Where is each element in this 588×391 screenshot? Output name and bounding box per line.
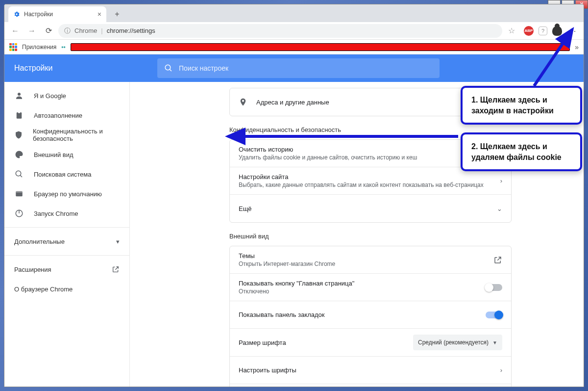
font-size-row: Размер шрифта Средний (рекомендуется) ▼ — [230, 329, 511, 357]
font-size-select[interactable]: Средний (рекомендуется) ▼ — [413, 335, 502, 350]
select-value: Средний (рекомендуется) — [418, 339, 489, 346]
row-title: Ещё — [239, 205, 497, 212]
bookmarks-overflow-icon[interactable]: » — [575, 43, 579, 51]
row-title: Показывать кнопку "Главная страница" — [239, 280, 486, 287]
annotation-callout-2: 2. Щелкаем здесь и удаляем файлы cookie — [461, 132, 582, 171]
settings-search[interactable] — [157, 58, 440, 78]
customize-fonts-row[interactable]: Настроить шрифты › — [230, 357, 511, 384]
sidebar-item-label: Автозаполнение — [34, 112, 82, 119]
sidebar-separator — [4, 227, 129, 228]
sidebar-item-label: Запуск Chrome — [34, 210, 78, 217]
sidebar-item-label: Я и Google — [34, 92, 66, 100]
chevron-down-icon: ▾ — [116, 238, 120, 245]
browser-menu-button[interactable]: ⋮ — [567, 26, 577, 36]
bookmarks-bar-row[interactable]: Показывать панель закладок — [230, 301, 511, 329]
row-title: Показывать панель закладок — [239, 311, 486, 318]
external-link-icon — [493, 256, 502, 264]
svg-line-1 — [170, 69, 172, 71]
search-input[interactable] — [179, 64, 433, 72]
back-button[interactable]: ← — [8, 24, 22, 38]
chevron-down-icon: ⌄ — [497, 205, 502, 212]
callout-text: 2. Щелкаем здесь и удаляем файлы cookie — [471, 142, 562, 161]
tab-close-icon[interactable]: × — [98, 10, 101, 18]
adblock-icon[interactable]: ABP — [524, 26, 534, 36]
sidebar-extensions[interactable]: Расширения — [4, 260, 129, 279]
bookmark-dots-icon[interactable]: •• — [61, 44, 65, 51]
privacy-more-row[interactable]: Ещё ⌄ — [230, 195, 511, 222]
redacted-bookmark[interactable] — [71, 43, 570, 51]
chevron-right-icon: › — [500, 366, 502, 374]
profile-icon[interactable] — [552, 26, 562, 36]
external-link-icon — [112, 265, 120, 273]
home-button-row[interactable]: Показывать кнопку "Главная страница" Отк… — [230, 274, 511, 301]
bookmark-star-icon[interactable]: ☆ — [505, 26, 518, 35]
row-title: Настройки сайта — [239, 173, 500, 181]
extension-icons: ABP ? ⋮ — [521, 26, 580, 36]
help-icon[interactable]: ? — [539, 26, 547, 35]
svg-rect-8 — [16, 191, 23, 193]
sidebar-item-autofill[interactable]: Автозаполнение — [4, 105, 129, 125]
palette-icon — [14, 150, 24, 159]
tab-title: Настройки — [24, 11, 53, 18]
row-subtitle: Выбрать, какие данные отправлять сайтам … — [239, 182, 500, 188]
shield-icon — [14, 130, 23, 139]
sidebar-item-default-browser[interactable]: Браузер по умолчанию — [4, 184, 129, 204]
row-subtitle: Открыть Интернет-магазин Chrome — [239, 261, 493, 267]
themes-row[interactable]: Темы Открыть Интернет-магазин Chrome — [230, 246, 511, 274]
power-icon — [14, 209, 24, 218]
sidebar-item-label: Поисковая система — [34, 171, 92, 178]
browser-window: Настройки × + ← → ⟳ ⓘ Chrome | chrome://… — [4, 4, 584, 387]
url-separator: | — [101, 27, 102, 34]
sidebar-item-label: Браузер по умолчанию — [34, 190, 102, 198]
svg-rect-3 — [17, 112, 22, 119]
site-settings-row[interactable]: Настройки сайта Выбрать, какие данные от… — [230, 167, 511, 195]
url-box[interactable]: ⓘ Chrome | chrome://settings — [58, 24, 502, 38]
bookmarks-bar-toggle[interactable] — [486, 312, 502, 318]
sidebar-item-you-and-google[interactable]: Я и Google — [4, 86, 129, 105]
url-text: chrome://settings — [107, 27, 155, 34]
sidebar-item-search-engine[interactable]: Поисковая система — [4, 164, 129, 184]
caret-down-icon: ▼ — [492, 340, 497, 345]
search-icon — [14, 170, 24, 179]
info-icon: ⓘ — [64, 26, 71, 35]
apps-label[interactable]: Приложения — [22, 44, 56, 51]
url-scheme: Chrome — [74, 27, 97, 34]
settings-header: Настройки — [4, 54, 584, 82]
location-icon — [239, 98, 256, 106]
svg-rect-4 — [18, 112, 21, 113]
row-subtitle: Отключено — [239, 288, 486, 295]
section-heading-appearance: Внешний вид — [229, 233, 512, 240]
svg-point-2 — [18, 93, 21, 96]
svg-line-6 — [20, 175, 22, 177]
forward-button[interactable]: → — [25, 24, 39, 38]
row-title: Размер шрифта — [239, 339, 413, 346]
settings-main: Я и Google Автозаполнение Конфиденциальн… — [4, 82, 584, 387]
row-title: Настроить шрифты — [239, 366, 500, 374]
settings-sidebar: Я и Google Автозаполнение Конфиденциальн… — [4, 82, 130, 387]
page-zoom-row: Масштабирование страницы 100% ▼ — [230, 384, 511, 387]
sidebar-item-privacy[interactable]: Конфиденциальность и безопасность — [4, 125, 129, 145]
apps-grid-icon[interactable] — [9, 43, 17, 51]
tab-settings[interactable]: Настройки × — [8, 6, 106, 22]
sidebar-about[interactable]: О браузере Chrome — [4, 279, 129, 299]
sidebar-item-label: Конфиденциальность и безопасность — [33, 128, 120, 142]
person-icon — [14, 91, 24, 100]
sidebar-about-label: О браузере Chrome — [14, 286, 73, 293]
home-button-toggle[interactable] — [486, 284, 502, 291]
clipboard-icon — [14, 111, 24, 120]
sidebar-separator — [4, 255, 129, 256]
tab-bar: Настройки × + — [4, 4, 584, 22]
new-tab-button[interactable]: + — [110, 7, 124, 21]
row-title: Темы — [239, 252, 493, 260]
reload-button[interactable]: ⟳ — [42, 24, 55, 38]
browser-icon — [14, 189, 24, 198]
settings-title: Настройки — [4, 64, 157, 73]
appearance-card: Темы Открыть Интернет-магазин Chrome Пок… — [229, 246, 512, 387]
sidebar-item-label: Внешний вид — [34, 151, 74, 158]
chevron-right-icon: › — [500, 177, 502, 184]
address-bar: ← → ⟳ ⓘ Chrome | chrome://settings ☆ ABP… — [4, 22, 584, 40]
settings-content: Адреса и другие данные › Конфиденциально… — [130, 82, 584, 387]
sidebar-item-appearance[interactable]: Внешний вид — [4, 145, 129, 164]
sidebar-advanced[interactable]: Дополнительные ▾ — [4, 232, 129, 251]
sidebar-item-on-startup[interactable]: Запуск Chrome — [4, 204, 129, 223]
